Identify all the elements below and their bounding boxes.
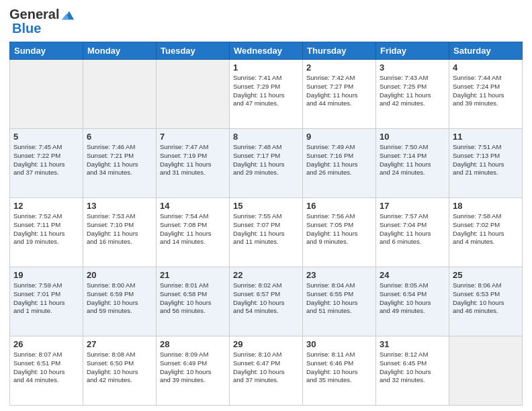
day-number: 26 (13, 339, 79, 349)
day-info: Sunrise: 7:42 AM Sunset: 7:27 PM Dayligh… (306, 74, 372, 108)
day-info: Sunrise: 7:49 AM Sunset: 7:16 PM Dayligh… (306, 143, 372, 177)
day-number: 12 (13, 201, 79, 211)
logo: General Blue (9, 7, 77, 36)
calendar-cell: 7Sunrise: 7:47 AM Sunset: 7:19 PM Daylig… (157, 129, 230, 198)
calendar-cell: 20Sunrise: 8:00 AM Sunset: 6:59 PM Dayli… (83, 267, 157, 336)
day-info: Sunrise: 7:43 AM Sunset: 7:25 PM Dayligh… (380, 74, 445, 108)
day-number: 7 (160, 132, 226, 142)
day-info: Sunrise: 7:53 AM Sunset: 7:10 PM Dayligh… (87, 212, 152, 246)
day-info: Sunrise: 7:56 AM Sunset: 7:05 PM Dayligh… (306, 212, 372, 246)
day-info: Sunrise: 7:54 AM Sunset: 7:08 PM Dayligh… (160, 212, 226, 246)
day-number: 22 (233, 270, 299, 280)
day-info: Sunrise: 7:41 AM Sunset: 7:29 PM Dayligh… (233, 74, 299, 108)
calendar-cell: 3Sunrise: 7:43 AM Sunset: 7:25 PM Daylig… (376, 60, 449, 129)
calendar-cell: 4Sunrise: 7:44 AM Sunset: 7:24 PM Daylig… (449, 60, 523, 129)
day-info: Sunrise: 7:50 AM Sunset: 7:14 PM Dayligh… (380, 143, 445, 177)
calendar-cell: 30Sunrise: 8:11 AM Sunset: 6:46 PM Dayli… (303, 336, 376, 406)
day-info: Sunrise: 8:10 AM Sunset: 6:47 PM Dayligh… (233, 351, 299, 385)
weekday-header-friday: Friday (376, 42, 449, 60)
day-number: 9 (306, 132, 372, 142)
day-number: 23 (306, 270, 372, 280)
calendar-cell: 17Sunrise: 7:57 AM Sunset: 7:04 PM Dayli… (376, 198, 449, 267)
day-number: 21 (160, 270, 226, 280)
calendar: SundayMondayTuesdayWednesdayThursdayFrid… (9, 42, 523, 406)
day-number: 10 (380, 132, 445, 142)
day-info: Sunrise: 7:51 AM Sunset: 7:13 PM Dayligh… (453, 143, 519, 177)
calendar-cell: 6Sunrise: 7:46 AM Sunset: 7:21 PM Daylig… (83, 129, 157, 198)
day-number: 16 (306, 201, 372, 211)
day-number: 2 (306, 62, 372, 73)
calendar-cell: 8Sunrise: 7:48 AM Sunset: 7:17 PM Daylig… (230, 129, 303, 198)
calendar-cell: 26Sunrise: 8:07 AM Sunset: 6:51 PM Dayli… (10, 336, 83, 406)
day-info: Sunrise: 7:46 AM Sunset: 7:21 PM Dayligh… (87, 143, 152, 177)
logo-blue-text: Blue (9, 21, 41, 36)
calendar-cell (449, 336, 523, 406)
weekday-header-sunday: Sunday (10, 42, 83, 60)
day-number: 8 (233, 132, 299, 142)
calendar-cell: 12Sunrise: 7:52 AM Sunset: 7:11 PM Dayli… (10, 198, 83, 267)
day-number: 6 (87, 132, 152, 142)
day-info: Sunrise: 8:00 AM Sunset: 6:59 PM Dayligh… (87, 281, 152, 316)
week-row-4: 19Sunrise: 7:59 AM Sunset: 7:01 PM Dayli… (10, 267, 523, 336)
day-info: Sunrise: 7:48 AM Sunset: 7:17 PM Dayligh… (233, 143, 299, 177)
day-info: Sunrise: 7:55 AM Sunset: 7:07 PM Dayligh… (233, 212, 299, 246)
calendar-cell: 18Sunrise: 7:58 AM Sunset: 7:02 PM Dayli… (449, 198, 523, 267)
logo-icon (60, 7, 75, 22)
day-number: 14 (160, 201, 226, 211)
day-info: Sunrise: 7:45 AM Sunset: 7:22 PM Dayligh… (13, 143, 79, 177)
calendar-cell: 1Sunrise: 7:41 AM Sunset: 7:29 PM Daylig… (230, 60, 303, 129)
calendar-cell (83, 60, 157, 129)
day-number: 24 (380, 270, 445, 280)
calendar-cell: 23Sunrise: 8:04 AM Sunset: 6:55 PM Dayli… (303, 267, 376, 336)
day-number: 25 (453, 270, 519, 280)
calendar-cell: 21Sunrise: 8:01 AM Sunset: 6:58 PM Dayli… (157, 267, 230, 336)
calendar-cell: 2Sunrise: 7:42 AM Sunset: 7:27 PM Daylig… (303, 60, 376, 129)
day-info: Sunrise: 7:59 AM Sunset: 7:01 PM Dayligh… (13, 281, 79, 316)
day-info: Sunrise: 7:52 AM Sunset: 7:11 PM Dayligh… (13, 212, 79, 246)
day-number: 19 (13, 270, 79, 280)
calendar-cell: 22Sunrise: 8:02 AM Sunset: 6:57 PM Dayli… (230, 267, 303, 336)
day-info: Sunrise: 8:07 AM Sunset: 6:51 PM Dayligh… (13, 351, 79, 385)
week-row-5: 26Sunrise: 8:07 AM Sunset: 6:51 PM Dayli… (10, 336, 523, 406)
day-number: 29 (233, 339, 299, 349)
weekday-header-wednesday: Wednesday (230, 42, 303, 60)
logo-general-text: General (9, 7, 59, 22)
day-number: 27 (87, 339, 152, 349)
weekday-header-thursday: Thursday (303, 42, 376, 60)
day-info: Sunrise: 8:04 AM Sunset: 6:55 PM Dayligh… (306, 281, 372, 316)
weekday-header-row: SundayMondayTuesdayWednesdayThursdayFrid… (10, 42, 523, 60)
calendar-cell: 24Sunrise: 8:05 AM Sunset: 6:54 PM Dayli… (376, 267, 449, 336)
calendar-cell: 27Sunrise: 8:08 AM Sunset: 6:50 PM Dayli… (83, 336, 157, 406)
calendar-cell: 13Sunrise: 7:53 AM Sunset: 7:10 PM Dayli… (83, 198, 157, 267)
weekday-header-tuesday: Tuesday (157, 42, 230, 60)
calendar-cell: 31Sunrise: 8:12 AM Sunset: 6:45 PM Dayli… (376, 336, 449, 406)
day-number: 31 (380, 339, 445, 349)
day-number: 17 (380, 201, 445, 211)
week-row-3: 12Sunrise: 7:52 AM Sunset: 7:11 PM Dayli… (10, 198, 523, 267)
week-row-2: 5Sunrise: 7:45 AM Sunset: 7:22 PM Daylig… (10, 129, 523, 198)
day-info: Sunrise: 7:57 AM Sunset: 7:04 PM Dayligh… (380, 212, 445, 246)
day-number: 1 (233, 62, 299, 73)
calendar-cell: 10Sunrise: 7:50 AM Sunset: 7:14 PM Dayli… (376, 129, 449, 198)
day-number: 15 (233, 201, 299, 211)
day-number: 3 (380, 62, 445, 73)
calendar-cell: 14Sunrise: 7:54 AM Sunset: 7:08 PM Dayli… (157, 198, 230, 267)
calendar-cell: 5Sunrise: 7:45 AM Sunset: 7:22 PM Daylig… (10, 129, 83, 198)
day-info: Sunrise: 7:58 AM Sunset: 7:02 PM Dayligh… (453, 212, 519, 246)
calendar-cell: 19Sunrise: 7:59 AM Sunset: 7:01 PM Dayli… (10, 267, 83, 336)
calendar-cell: 29Sunrise: 8:10 AM Sunset: 6:47 PM Dayli… (230, 336, 303, 406)
day-number: 11 (453, 132, 519, 142)
calendar-cell: 9Sunrise: 7:49 AM Sunset: 7:16 PM Daylig… (303, 129, 376, 198)
calendar-cell (10, 60, 83, 129)
day-info: Sunrise: 8:02 AM Sunset: 6:57 PM Dayligh… (233, 281, 299, 316)
calendar-cell: 15Sunrise: 7:55 AM Sunset: 7:07 PM Dayli… (230, 198, 303, 267)
day-info: Sunrise: 7:47 AM Sunset: 7:19 PM Dayligh… (160, 143, 226, 177)
header: General Blue (9, 7, 523, 36)
day-info: Sunrise: 8:08 AM Sunset: 6:50 PM Dayligh… (87, 351, 152, 385)
day-info: Sunrise: 8:01 AM Sunset: 6:58 PM Dayligh… (160, 281, 226, 316)
weekday-header-monday: Monday (83, 42, 157, 60)
day-number: 4 (453, 62, 519, 73)
day-info: Sunrise: 8:11 AM Sunset: 6:46 PM Dayligh… (306, 351, 372, 385)
day-number: 13 (87, 201, 152, 211)
day-number: 20 (87, 270, 152, 280)
